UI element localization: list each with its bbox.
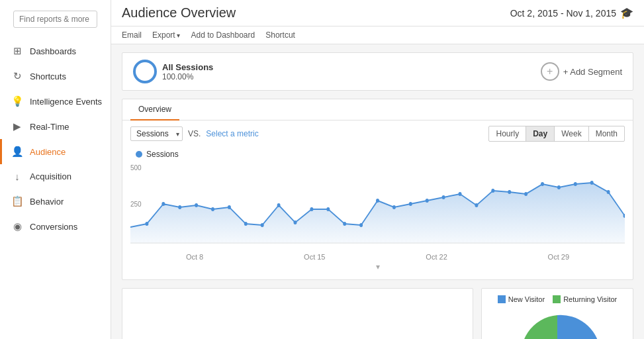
date-range[interactable]: Oct 2, 2015 - Nov 1, 2015 🎓	[510, 7, 633, 19]
overview-section: Overview Sessions VS. Select a metric Ho…	[122, 99, 633, 280]
metric-selector: Sessions VS. Select a metric	[130, 126, 259, 141]
svg-point-14	[376, 199, 379, 203]
sidebar-label-intelligence: Intelligence Events	[30, 97, 102, 107]
pie-section: New Visitor Returning Visitor	[481, 288, 633, 339]
action-bar: Email Export Add to Dashboard Shortcut	[111, 26, 644, 44]
sessions-legend-dot	[136, 151, 142, 158]
main-content: Audience Overview Oct 2, 2015 - Nov 1, 2…	[111, 0, 644, 339]
svg-point-26	[574, 182, 577, 186]
svg-point-7	[261, 223, 264, 227]
sessions-chart	[130, 164, 625, 244]
svg-point-0	[145, 222, 148, 226]
svg-point-17	[426, 199, 429, 203]
returning-visitor-color	[553, 295, 561, 303]
shortcuts-icon: ↻	[10, 70, 24, 82]
sidebar-item-acquisition[interactable]: ↓ Acquisition	[0, 164, 111, 189]
chart-x-label: Oct 29	[548, 253, 569, 261]
sidebar-label-behavior: Behavior	[30, 197, 64, 207]
realtime-icon: ▶	[10, 121, 24, 132]
add-segment-button[interactable]: + + Add Segment	[541, 62, 622, 81]
add-segment-icon: +	[541, 62, 559, 81]
sidebar: ⊞ Dashboards ↻ Shortcuts 💡 Intelligence …	[0, 0, 111, 339]
returning-visitor-label: Returning Visitor	[563, 295, 617, 303]
svg-point-11	[326, 207, 330, 211]
dashboards-icon: ⊞	[10, 45, 24, 57]
export-link[interactable]: Export	[152, 30, 180, 40]
chart-controls: Sessions VS. Select a metric HourlyDayWe…	[122, 121, 633, 147]
svg-point-13	[359, 223, 363, 227]
shortcut-link[interactable]: Shortcut	[265, 30, 295, 40]
period-btn-hourly[interactable]: Hourly	[488, 126, 526, 142]
chart-legend: Sessions	[130, 147, 625, 164]
chart-x-label: Oct 8	[186, 253, 203, 261]
period-btn-day[interactable]: Day	[526, 126, 555, 142]
conversions-icon: ◉	[10, 220, 24, 232]
sidebar-item-dashboards[interactable]: ⊞ Dashboards	[0, 38, 111, 64]
svg-point-8	[277, 203, 281, 207]
segment-pct: 100.00%	[162, 72, 213, 81]
segment-info: All Sessions 100.00%	[162, 62, 213, 81]
page-title: Audience Overview	[122, 5, 236, 21]
segment-circle	[133, 60, 157, 83]
overview-tabs: Overview	[122, 99, 633, 121]
sidebar-nav: ⊞ Dashboards ↻ Shortcuts 💡 Intelligence …	[0, 38, 111, 239]
svg-point-15	[392, 205, 396, 209]
content-area: All Sessions 100.00% + + Add Segment Ove…	[111, 44, 644, 339]
sidebar-item-conversions[interactable]: ◉ Conversions	[0, 214, 111, 239]
vs-label: VS.	[188, 129, 201, 138]
period-btn-week[interactable]: Week	[554, 126, 588, 142]
sidebar-item-realtime[interactable]: ▶ Real-Time	[0, 114, 111, 139]
select-metric-link[interactable]: Select a metric	[206, 129, 258, 138]
search-input[interactable]	[13, 11, 97, 28]
add-to-dashboard-link[interactable]: Add to Dashboard	[191, 30, 255, 40]
svg-point-19	[459, 192, 462, 196]
sidebar-item-behavior[interactable]: 📋 Behavior	[0, 189, 111, 214]
behavior-icon: 📋	[10, 195, 24, 207]
svg-point-28	[607, 190, 610, 194]
sessions-legend-label: Sessions	[146, 150, 179, 159]
chart-expand-arrow[interactable]: ▾	[130, 262, 625, 271]
svg-point-9	[294, 220, 297, 224]
svg-point-6	[244, 222, 248, 226]
sidebar-item-intelligence[interactable]: 💡 Intelligence Events	[0, 89, 111, 114]
svg-point-20	[475, 203, 478, 207]
calendar-icon[interactable]: 🎓	[620, 7, 633, 19]
svg-point-21	[491, 189, 494, 193]
segment-item[interactable]: All Sessions 100.00%	[133, 60, 213, 83]
pie-chart: 78.9% 21.1%	[511, 309, 604, 339]
segment-name: All Sessions	[162, 62, 213, 72]
sidebar-item-audience[interactable]: 👤 Audience	[0, 139, 111, 164]
svg-point-3	[195, 203, 198, 207]
period-btn-month[interactable]: Month	[588, 126, 625, 142]
new-visitor-label: New Visitor	[508, 295, 545, 303]
chart-x-labels: Oct 8Oct 15Oct 22Oct 29	[130, 250, 625, 261]
svg-point-12	[343, 222, 346, 226]
intelligence-icon: 💡	[10, 95, 24, 107]
tab-overview[interactable]: Overview	[130, 99, 179, 121]
pie-legend: New Visitor Returning Visitor	[498, 295, 618, 303]
sidebar-label-shortcuts: Shortcuts	[30, 72, 66, 81]
svg-point-16	[409, 202, 412, 206]
sidebar-label-realtime: Real-Time	[30, 122, 69, 132]
svg-point-22	[508, 190, 511, 194]
page-header: Audience Overview Oct 2, 2015 - Nov 1, 2…	[111, 0, 644, 26]
metric-dropdown[interactable]: Sessions	[130, 126, 183, 141]
stats-section: New Visitor Returning Visitor	[122, 288, 633, 339]
svg-point-23	[524, 192, 528, 196]
date-range-text: Oct 2, 2015 - Nov 1, 2015	[510, 8, 616, 19]
sidebar-item-shortcuts[interactable]: ↻ Shortcuts	[0, 64, 111, 89]
acquisition-icon: ↓	[10, 171, 24, 182]
new-visitor-legend: New Visitor	[498, 295, 545, 303]
sidebar-label-dashboards: Dashboards	[30, 46, 76, 56]
chart-area: Sessions 500 250	[122, 147, 633, 279]
y-label-500: 500	[130, 164, 142, 171]
returning-visitor-legend: Returning Visitor	[553, 295, 617, 303]
stats-grid	[122, 288, 473, 339]
email-link[interactable]: Email	[122, 30, 142, 40]
returning-visitor-slice	[521, 315, 557, 339]
period-buttons: HourlyDayWeekMonth	[489, 126, 625, 142]
chart-x-label: Oct 22	[426, 253, 447, 261]
metric-dropdown-wrap: Sessions	[130, 126, 183, 141]
svg-point-18	[442, 195, 445, 199]
y-label-250: 250	[130, 201, 142, 208]
